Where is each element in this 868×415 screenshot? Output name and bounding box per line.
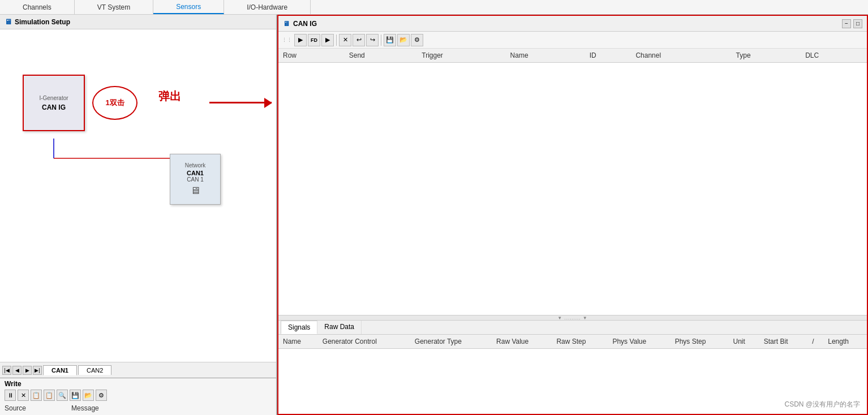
sig-col-gen-type: Generator Type xyxy=(410,335,492,349)
signals-table: Name Generator Control Generator Type Ra… xyxy=(278,335,867,349)
annotation-circle-text: 1双击 xyxy=(105,98,124,108)
sig-col-name: Name xyxy=(278,335,318,349)
nav-first-arrow[interactable]: |◀ xyxy=(2,366,11,375)
annotation-arrow xyxy=(209,102,272,103)
annotation-text: 弹出 xyxy=(158,89,181,104)
signals-table-area[interactable]: Name Generator Control Generator Type Ra… xyxy=(278,335,867,414)
write-pause-btn[interactable]: ⏸ xyxy=(5,390,16,401)
can-ig-bottom-tabs: Signals Raw Data xyxy=(278,321,867,335)
nav-prev-arrow[interactable]: ◀ xyxy=(12,366,22,375)
sig-col-raw-step: Raw Step xyxy=(552,335,608,349)
write-toolbar: ⏸ ✕ 📋 📋 🔍 💾 📂 ⚙ xyxy=(5,390,272,401)
nav-io-hardware[interactable]: I/O-Hardware xyxy=(224,0,311,14)
simulation-canvas: I-Generator CAN IG 1双击 弹出 Network CAN1 xyxy=(0,29,276,362)
tab-can1[interactable]: CAN1 xyxy=(43,365,77,375)
toolbar-redo-btn[interactable]: ↪ xyxy=(366,34,379,46)
col-dlc: DLC xyxy=(801,49,867,63)
sig-col-unit: Unit xyxy=(728,335,759,349)
left-panel: 🖥 Simulation Setup I-Generator CAN IG 1双… xyxy=(0,15,277,415)
nav-last-arrow[interactable]: ▶| xyxy=(33,366,42,375)
write-load-btn[interactable]: 📂 xyxy=(83,390,94,401)
network-block-title: Network xyxy=(185,162,206,168)
sig-col-phys-step: Phys Step xyxy=(671,335,729,349)
network-block[interactable]: Network CAN1 CAN 1 🖥 xyxy=(170,154,221,205)
toolbar-undo-btn[interactable]: ↩ xyxy=(353,34,365,46)
signals-header-row: Name Generator Control Generator Type Ra… xyxy=(278,335,867,349)
write-paste-btn[interactable]: 📋 xyxy=(44,390,55,401)
can-ig-toolbar: ⋮⋮ ▶ FD ▶ ✕ ↩ ↪ 💾 📂 ⚙ xyxy=(278,32,867,49)
sig-col-start-bit: Start Bit xyxy=(759,335,807,349)
network-block-name: CAN1 xyxy=(187,170,204,176)
ig-generator-block[interactable]: I-Generator CAN IG xyxy=(23,75,85,131)
tab-can2[interactable]: CAN2 xyxy=(78,365,111,375)
sim-icon: 🖥 xyxy=(5,18,12,26)
toolbar-play-btn[interactable]: ▶ xyxy=(294,34,307,46)
window-controls: − □ xyxy=(842,19,862,28)
bottom-tabs: |◀ ◀ ▶ ▶| CAN1 CAN2 xyxy=(0,362,276,378)
can-ig-title-text: CAN IG xyxy=(293,20,317,28)
write-find-btn[interactable]: 🔍 xyxy=(57,390,68,401)
write-columns: Source Message xyxy=(5,403,272,413)
toolbar-drag-handle: ⋮⋮ xyxy=(282,37,292,43)
toolbar-stop-btn[interactable]: ✕ xyxy=(339,34,351,46)
network-block-sub: CAN 1 xyxy=(187,176,203,183)
write-panel: Write ⏸ ✕ 📋 📋 🔍 💾 📂 ⚙ Source Message xyxy=(0,378,276,415)
sig-col-raw-value: Raw Value xyxy=(492,335,552,349)
tab-signals[interactable]: Signals xyxy=(281,321,317,334)
col-row: Row xyxy=(278,49,345,63)
resize-dots: ▼ ......... ▼ xyxy=(557,315,587,321)
sig-col-length: Length xyxy=(823,335,867,349)
ig-block-name: CAN IG xyxy=(42,103,66,111)
write-title: Write xyxy=(5,380,272,388)
nav-channels[interactable]: Channels xyxy=(0,0,75,14)
col-type: Type xyxy=(732,49,801,63)
can-ig-window: 🖥 CAN IG − □ ⋮⋮ ▶ FD ▶ ✕ ↩ ↪ 💾 📂 ⚙ xyxy=(277,15,868,415)
toolbar-sep-2 xyxy=(381,34,381,46)
minimize-button[interactable]: − xyxy=(842,19,851,28)
col-trigger: Trigger xyxy=(417,49,505,63)
can-ig-titlebar: 🖥 CAN IG − □ xyxy=(278,16,867,32)
toolbar-settings-btn[interactable]: ⚙ xyxy=(411,34,423,46)
maximize-button[interactable]: □ xyxy=(853,19,862,28)
write-copy-btn[interactable]: 📋 xyxy=(31,390,42,401)
toolbar-play2-btn[interactable]: ▶ xyxy=(321,34,334,46)
tab-raw-data[interactable]: Raw Data xyxy=(317,321,362,334)
can-ig-table: Row Send Trigger Name ID Channel Type DL… xyxy=(278,49,867,63)
nav-next-arrow[interactable]: ▶ xyxy=(23,366,32,375)
write-settings-btn[interactable]: ⚙ xyxy=(96,390,107,401)
col-id: ID xyxy=(585,49,631,63)
network-icon: 🖥 xyxy=(190,185,200,197)
nav-sensors[interactable]: Sensors xyxy=(153,0,224,14)
col-channel: Channel xyxy=(631,49,731,63)
write-clear-btn[interactable]: ✕ xyxy=(18,390,29,401)
toolbar-sep-1 xyxy=(336,34,337,46)
top-nav: Channels VT System Sensors I/O-Hardware xyxy=(0,0,868,15)
can-ig-table-area[interactable]: Row Send Trigger Name ID Channel Type DL… xyxy=(278,49,867,315)
write-save-btn[interactable]: 💾 xyxy=(70,390,81,401)
col-send: Send xyxy=(345,49,417,63)
sig-col-gen-control: Generator Control xyxy=(318,335,410,349)
toolbar-fd-btn[interactable]: FD xyxy=(308,34,320,46)
ig-block-title: I-Generator xyxy=(39,95,68,101)
can-table-header-row: Row Send Trigger Name ID Channel Type DL… xyxy=(278,49,867,63)
panel-title: 🖥 Simulation Setup xyxy=(0,15,276,29)
sig-col-divider: / xyxy=(807,335,823,349)
toolbar-save-btn[interactable]: 💾 xyxy=(384,34,396,46)
write-message-header: Message xyxy=(71,404,99,412)
resize-handle[interactable]: ▼ ......... ▼ xyxy=(278,315,867,321)
can-ig-icon: 🖥 xyxy=(283,20,290,28)
annotation-circle: 1双击 xyxy=(92,86,137,120)
toolbar-open-btn[interactable]: 📂 xyxy=(397,34,410,46)
csdn-watermark: CSDN @没有用户的名字 xyxy=(784,400,860,409)
write-source-header: Source xyxy=(5,404,26,412)
sig-col-phys-value: Phys Value xyxy=(608,335,670,349)
col-name: Name xyxy=(506,49,585,63)
panel-title-text: Simulation Setup xyxy=(15,18,70,26)
can-ig-title-group: 🖥 CAN IG xyxy=(283,20,317,28)
nav-vt-system[interactable]: VT System xyxy=(75,0,153,14)
main-layout: 🖥 Simulation Setup I-Generator CAN IG 1双… xyxy=(0,15,868,415)
